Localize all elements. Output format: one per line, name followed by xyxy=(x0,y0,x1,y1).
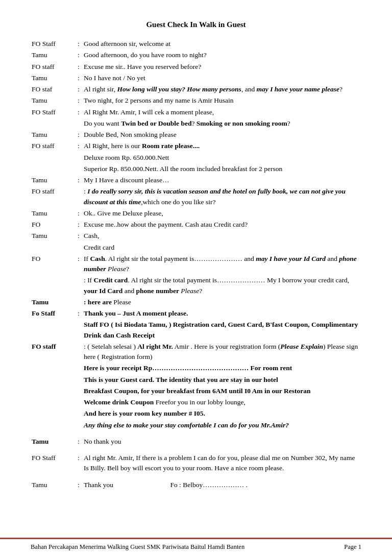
speech-text: Staff FO ( Isi Biodata Tamu, ) Registrat… xyxy=(83,319,361,341)
speech-text: : ( Setelah selesai ) Al right Mr. Amir … xyxy=(83,341,361,363)
dialogue-row: Tamu:Double Bed, Non smoking please xyxy=(31,129,361,140)
speech-text: Good afternoon sir, welcome at xyxy=(83,38,361,50)
speech-text: Al Right Mr. Amir, I will cek a moment p… xyxy=(83,107,361,118)
colon xyxy=(77,186,83,208)
speech-text: Superior Rp. 850.000.Nett. All the room … xyxy=(83,163,361,175)
dialogue-row: FO Staff:Good afternoon sir, welcome at xyxy=(31,38,361,50)
speech-text: Two night, for 2 persons and my name is … xyxy=(83,95,361,106)
footer: Bahan Percakapan Menerima Walking Guest … xyxy=(0,538,392,555)
speaker-name: FO staff xyxy=(31,61,77,73)
dialogue-row: FO staff: I do really sorry sir, this is… xyxy=(31,186,361,208)
speech-text: Thank you Fo : Belboy……………… . xyxy=(83,479,361,491)
speech-text: This is your Guest card. The identity th… xyxy=(83,374,361,385)
dialogue-row: FO Staff: Al right Mr. Amir, If there is… xyxy=(31,452,361,474)
speech-text: : here are Please xyxy=(83,297,361,308)
speaker-name: Tamu xyxy=(31,297,77,308)
dialogue-row: Tamu:Two night, for 2 persons and my nam… xyxy=(31,95,361,106)
speaker-name: Fo Staff xyxy=(31,308,77,341)
colon: : xyxy=(77,73,83,84)
dialogue-table: FO Staff:Good afternoon sir, welcome at … xyxy=(31,38,361,491)
speech-text: And here is your room key number # I05. xyxy=(83,408,361,419)
colon xyxy=(77,341,83,431)
colon: : xyxy=(77,140,83,175)
speaker-name: Tamu xyxy=(31,73,77,84)
speech-text: : I do really sorry sir, this is vacatio… xyxy=(83,186,361,208)
speech-text: Al Right, here is our Room rate please..… xyxy=(83,140,361,152)
speech-text: Double Bed, Non smoking please xyxy=(83,129,361,140)
colon: : xyxy=(77,230,83,253)
speech-text: Credit card xyxy=(83,242,361,253)
speaker-name: Tamu xyxy=(31,129,77,140)
speech-text: Breakfast Coupon, for your breakfast fro… xyxy=(83,385,361,397)
colon: : xyxy=(77,452,83,474)
dialogue-row: Fo Staff:Thank you – Just A moment pleas… xyxy=(31,308,361,319)
speaker-name: FO xyxy=(31,253,77,297)
colon: : xyxy=(77,61,83,73)
speaker-name: Tamu xyxy=(31,50,77,61)
dialogue-row: Tamu:Thank you Fo : Belboy……………… . xyxy=(31,479,361,491)
speech-text: Any thing else to make your stay comfort… xyxy=(83,420,361,431)
speaker-name: FO xyxy=(31,219,77,230)
speech-text: Cash, xyxy=(83,230,361,242)
speech-text: Excuse me sir.. Have you reserved before… xyxy=(83,61,361,73)
page-title: Guest Check In Walk in Guest xyxy=(31,20,361,29)
dialogue-row: Tamu:No I have not / No yet xyxy=(31,73,361,84)
speaker-name: Tamu xyxy=(31,208,77,219)
colon: : xyxy=(77,208,83,219)
colon: : xyxy=(77,84,83,95)
colon: : xyxy=(77,175,83,186)
speaker-name: FO staff xyxy=(31,186,77,208)
colon: : xyxy=(77,50,83,61)
colon: : xyxy=(77,95,83,106)
speaker-name: Tamu xyxy=(31,95,77,106)
speaker-name: FO staff xyxy=(31,140,77,175)
speaker-name: FO staff xyxy=(31,341,77,431)
dialogue-row: Tamu: here are Please xyxy=(31,297,361,308)
speech-text: : If Credit card. Al right sir the total… xyxy=(83,275,361,297)
colon: : xyxy=(77,38,83,50)
speaker-name: FO Staff xyxy=(31,38,77,50)
colon: : xyxy=(77,219,83,230)
speech-text: My I Have a discount please… xyxy=(83,175,361,186)
dialogue-row: FO staff: ( Setelah selesai ) Al right M… xyxy=(31,341,361,363)
speech-text: No thank you xyxy=(83,436,361,447)
speaker-name: FO Staff xyxy=(31,107,77,130)
footer-page: Page 1 xyxy=(344,543,361,551)
dialogue-row: Tamu:Good afternoon, do you have room to… xyxy=(31,50,361,61)
dialogue-row: Tamu:No thank you xyxy=(31,436,361,447)
speaker-name: Tamu xyxy=(31,230,77,253)
dialogue-row: FO staff:Excuse me sir.. Have you reserv… xyxy=(31,61,361,73)
speech-text: Al right Mr. Amir, If there is a problem… xyxy=(83,452,361,474)
speech-text: Thank you – Just A moment please. xyxy=(83,308,361,319)
colon: : xyxy=(77,479,83,491)
speech-text: Here is your receipt Rp…………………………………… Fo… xyxy=(83,363,361,374)
dialogue-row: FO staf:Al right sir, How long will you … xyxy=(31,84,361,95)
colon: : xyxy=(77,253,83,297)
dialogue-row: FO staff:Al Right, here is our Room rate… xyxy=(31,140,361,152)
speaker-name: Tamu xyxy=(31,479,77,491)
page: Guest Check In Walk in Guest FO Staff:Go… xyxy=(0,0,392,555)
dialogue-row: Tamu:Ok.. Give me Deluxe please, xyxy=(31,208,361,219)
dialogue-row: Tamu: Cash, xyxy=(31,230,361,242)
colon: : xyxy=(77,436,83,447)
speech-text: Good afternoon, do you have room to nigh… xyxy=(83,50,361,61)
speech-text: If Cash. Al right sir the total payment … xyxy=(83,253,361,275)
colon: : xyxy=(77,129,83,140)
speaker-name: FO staf xyxy=(31,84,77,95)
colon: : xyxy=(77,308,83,341)
footer-text: Bahan Percakapan Menerima Walking Guest … xyxy=(31,543,244,551)
dialogue-row: FO Staff:Al Right Mr. Amir, I will cek a… xyxy=(31,107,361,118)
dialogue-row: FO:Excuse me..how about the payment. Cas… xyxy=(31,219,361,230)
speech-text: No I have not / No yet xyxy=(83,73,361,84)
speech-text: Deluxe room Rp. 650.000.Nett xyxy=(83,152,361,163)
speaker-name: Tamu xyxy=(31,436,77,447)
colon xyxy=(77,297,83,308)
dialogue-row: Tamu:My I Have a discount please… xyxy=(31,175,361,186)
speech-text: Welcome drink Coupon Freefor you in our … xyxy=(83,397,361,408)
speech-text: Al right sir, How long will you stay? Ho… xyxy=(83,84,361,95)
speech-text: Excuse me..how about the payment. Cash a… xyxy=(83,219,361,230)
speech-text: Do you want Twin bed or Double bed? Smok… xyxy=(83,118,361,129)
dialogue-row: FO: If Cash. Al right sir the total paym… xyxy=(31,253,361,275)
speech-text: Ok.. Give me Deluxe please, xyxy=(83,208,361,219)
speaker-name: FO Staff xyxy=(31,452,77,474)
